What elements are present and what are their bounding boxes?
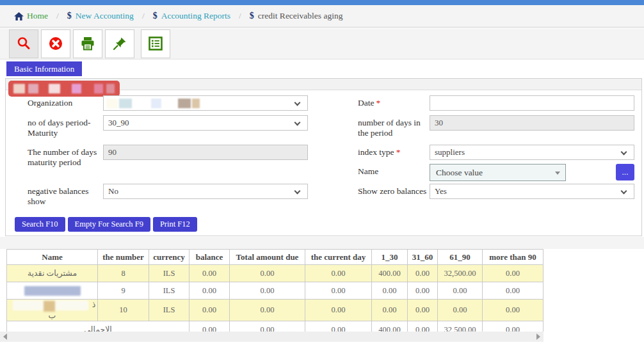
horizontal-scrollbar[interactable] <box>0 332 543 342</box>
magnifier-icon <box>16 36 31 51</box>
days-in-period-input: 30 <box>430 115 634 131</box>
breadcrumb-separator: / <box>56 11 59 21</box>
breadcrumb-separator: / <box>142 11 145 21</box>
form-buttons: Search F10 Empty For Search F9 Print F12 <box>15 217 197 232</box>
results-table: Namethe numbercurrencybalanceTotal amoun… <box>6 249 543 339</box>
column-header: Name <box>7 250 98 265</box>
redacted-name <box>13 300 88 310</box>
value-cell: 0.00 <box>305 265 372 282</box>
field-days-in-period: number of days in the period 30 <box>358 115 634 145</box>
field-date: Date* <box>358 95 634 115</box>
value-cell: 0.00 <box>230 265 305 282</box>
breadcrumb-separator: / <box>239 11 241 21</box>
date-label-text: Date <box>358 98 374 108</box>
required-asterisk: * <box>396 147 401 157</box>
required-asterisk: * <box>376 98 380 108</box>
value-cell: 10 <box>98 300 149 321</box>
value-cell: 8 <box>98 265 149 282</box>
value-cell: 0.00 <box>483 300 543 321</box>
list-button[interactable] <box>141 29 170 58</box>
name-browse-button[interactable]: ... <box>616 164 634 181</box>
value-cell: 0.00 <box>408 300 438 321</box>
value-cell: 0.00 <box>408 282 438 300</box>
pin-button[interactable] <box>105 29 134 58</box>
redacted-organization-value <box>106 99 200 108</box>
negative-balances-select[interactable]: No <box>103 184 308 199</box>
chevron-down-icon <box>294 100 301 106</box>
days-in-period-label: number of days in the period <box>358 115 430 138</box>
cancel-button[interactable] <box>41 29 70 58</box>
scroll-right-arrow-icon[interactable] <box>536 333 540 340</box>
list-form-icon <box>148 36 163 51</box>
cancel-circle-icon <box>48 36 63 51</box>
value-cell: 0.00 <box>483 282 543 300</box>
print-f12-button[interactable]: Print F12 <box>153 217 197 232</box>
search-f10-button[interactable]: Search F10 <box>15 217 65 232</box>
field-days-period-maturity: no of days period-Maturity 30_90 <box>28 115 308 145</box>
column-header: the number <box>98 250 149 265</box>
print-button[interactable] <box>73 29 102 58</box>
scroll-left-arrow-icon[interactable] <box>3 333 7 340</box>
value-cell: 0.00 <box>408 265 438 282</box>
value-cell: 0.00 <box>230 282 305 300</box>
value-cell: 0.00 <box>305 300 372 321</box>
dropdown-triangle-icon <box>555 172 560 175</box>
field-organization: Organization <box>28 95 308 115</box>
pushpin-icon <box>112 36 127 51</box>
value-cell: 400.00 <box>372 265 408 282</box>
value-cell: 0.00 <box>230 300 305 321</box>
value-cell: 0.00 <box>438 300 483 321</box>
table-row[interactable]: ذب10ILS0.000.000.000.000.000.000.00 <box>7 300 543 321</box>
value-cell: ILS <box>149 282 189 300</box>
search-button[interactable] <box>9 29 38 58</box>
table-row[interactable]: 9ILS0.000.000.000.000.000.000.00 <box>7 282 543 300</box>
value-cell: 9 <box>98 282 149 300</box>
days-period-maturity-value: 30_90 <box>108 118 129 127</box>
column-header: balance <box>189 250 230 265</box>
field-negative-balances: negative balances show No <box>28 184 308 200</box>
field-index-type: index type* suppliers <box>358 145 634 164</box>
name-cell <box>7 282 98 300</box>
breadcrumb-home-label: Home <box>27 11 48 21</box>
zero-balances-label: Show zero balances <box>358 184 430 197</box>
chevron-down-icon <box>621 149 627 156</box>
chevron-down-icon <box>294 120 301 126</box>
printer-icon <box>80 36 95 51</box>
dollar-icon: $ <box>67 11 72 21</box>
home-icon <box>14 12 24 20</box>
value-cell: 0.00 <box>189 265 230 282</box>
name-combobox[interactable]: Choose value <box>430 164 566 181</box>
breadcrumb-item-accounting-reports[interactable]: Accounting Reports <box>161 11 230 21</box>
table-row[interactable]: مشتريات نقدية8ILS0.000.000.00400.000.003… <box>7 265 543 282</box>
value-cell: 0.00 <box>372 282 408 300</box>
column-header: 61_90 <box>438 250 483 265</box>
days-period-maturity-select[interactable]: 30_90 <box>103 115 308 131</box>
field-days-maturity-period: The number of days maturity period 90 <box>28 145 308 164</box>
tab-basic-information[interactable]: Basic Information <box>6 61 82 76</box>
zero-balances-select[interactable]: Yes <box>430 184 634 199</box>
value-cell: 0.00 <box>438 282 483 300</box>
date-input[interactable] <box>430 95 634 111</box>
breadcrumb-home-link[interactable]: Home <box>14 11 48 21</box>
basic-information-panel: Organization no of days period-Maturity <box>5 78 642 236</box>
date-label: Date* <box>358 95 430 108</box>
dollar-icon: $ <box>153 11 157 21</box>
index-type-label: index type* <box>358 145 430 157</box>
name-cell: مشتريات نقدية <box>7 265 98 282</box>
table-header-row: Namethe numbercurrencybalanceTotal amoun… <box>7 250 543 265</box>
chevron-down-icon <box>294 188 301 195</box>
empty-for-search-f9-button[interactable]: Empty For Search F9 <box>68 217 150 232</box>
name-label: Name <box>358 164 430 177</box>
days-maturity-period-label: The number of days maturity period <box>28 145 103 168</box>
breadcrumb: Home / $ New Accounting / $ Accounting R… <box>0 5 644 28</box>
top-accent-bar <box>0 0 644 5</box>
breadcrumb-item-new-accounting[interactable]: New Accounting <box>76 11 134 21</box>
organization-select[interactable] <box>103 95 308 111</box>
breadcrumb-current-page: credit Receivables aging <box>258 11 343 21</box>
results-grid-container: Namethe numbercurrencybalanceTotal amoun… <box>0 249 544 339</box>
name-combobox-value: Choose value <box>436 168 483 177</box>
zero-balances-value: Yes <box>435 186 447 196</box>
index-type-select[interactable]: suppliers <box>430 145 634 160</box>
value-cell: ILS <box>149 300 189 321</box>
chevron-down-icon <box>621 188 627 195</box>
